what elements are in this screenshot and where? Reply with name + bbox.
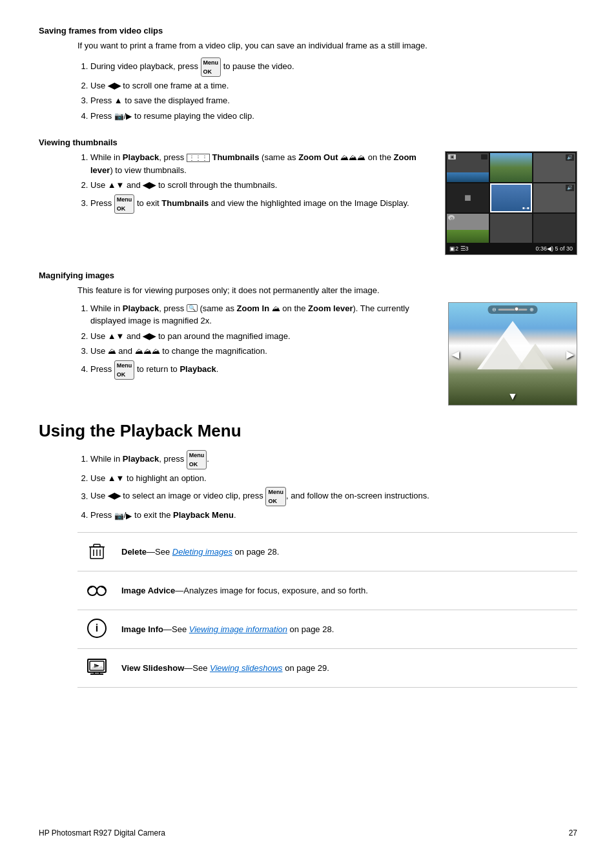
up-down-arrow: ▲▼ (108, 180, 125, 190)
magnifying-two-col: While in Playback, press 🔍 (same as Zoom… (77, 302, 577, 406)
menu-ok-icon-2: MenuOK (114, 194, 135, 214)
up-down-arrow-3: ▲▼ (108, 473, 125, 483)
right-nav-arrow: ▶ (566, 347, 574, 360)
magnifying-step-2: Use ▲▼ and ◀▶ to pan around the magnifie… (90, 330, 438, 343)
saving-frames-content: If you want to print a frame from a vide… (77, 39, 577, 122)
playback-label-2: Playback (123, 303, 159, 313)
zoom-track (498, 309, 528, 311)
up-arrow: ▲ (114, 96, 123, 105)
magnifying-images-content: This feature is for viewing purposes onl… (77, 284, 577, 406)
delete-suffix: on page 28. (232, 547, 279, 557)
camera-icon: 📷 (114, 110, 124, 122)
svg-rect-2 (94, 544, 100, 547)
playback-menu-step-2: Use ▲▼ to highlight an option. (90, 472, 577, 485)
page-footer: HP Photosmart R927 Digital Camera 27 (39, 828, 577, 838)
menu-item-delete: Delete—See Deleting images on page 28. (77, 532, 577, 571)
view-slideshow-label: View Slideshow (121, 663, 184, 673)
thumb-icon-5: ■~■ (522, 206, 529, 210)
thumb-time-info: 0:36◀) 5 of 30 (535, 245, 573, 252)
play-icon-2: ▶ (126, 510, 132, 522)
thumbnails-label: Thumbnails (212, 152, 259, 162)
magnifying-text: While in Playback, press 🔍 (same as Zoom… (77, 302, 438, 384)
magnifying-images-intro: This feature is for viewing purposes onl… (77, 284, 577, 297)
image-advice-icon-cell (77, 571, 116, 610)
image-advice-label: Image Advice (121, 586, 175, 595)
menu-items-table: Delete—See Deleting images on page 28. (77, 532, 577, 688)
saving-frames-intro: If you want to print a frame from a vide… (77, 39, 577, 52)
playback-label-4: Playback (123, 454, 159, 464)
playback-menu-step-1: While in Playback, press MenuOK. (90, 450, 577, 469)
thumb-icon-4: ■ (447, 183, 489, 212)
thumb-icon-7: ◎ (448, 215, 455, 220)
viewing-thumbnails-section: Viewing thumbnails While in Playback, pr… (39, 138, 577, 255)
left-right-arrow: ◀▶ (108, 81, 121, 90)
mountain-peak-right (517, 344, 553, 369)
menu-ok-icon-5: MenuOK (265, 487, 286, 506)
magnifying-images-title: Magnifying images (39, 271, 577, 280)
zoom-thumb (514, 307, 518, 311)
magnifying-step-3: Use ⛰ and ⛰⛰⛰ to change the magnificatio… (90, 345, 438, 358)
view-slideshow-link[interactable]: Viewing slideshows (210, 663, 283, 673)
delete-desc: —See (147, 547, 172, 557)
image-advice-desc: —Analyzes image for focus, exposure, and… (175, 586, 367, 595)
thumb-cell-2 (490, 153, 532, 182)
delete-link[interactable]: Deleting images (172, 547, 232, 557)
thumb-icon-1: ▣ (448, 154, 456, 159)
menu-item-image-info: i Image Info—See Viewing image informati… (77, 610, 577, 648)
left-right-arrow-3: ◀▶ (143, 331, 156, 341)
viewing-thumbnails-content: While in Playback, press ⋮⋮⋮ Thumbnails … (77, 151, 577, 255)
image-info-link[interactable]: Viewing image information (189, 624, 287, 634)
thumb-icons-left: ▣2 ☰3 (449, 245, 469, 252)
playback-menu-step-4: Press 📷/▶ to exit the Playback Menu. (90, 509, 577, 522)
image-info-label: Image Info (121, 624, 163, 634)
playback-menu-step-3: Use ◀▶ to select an image or video clip,… (90, 487, 577, 506)
left-right-arrow-2: ◀▶ (143, 180, 156, 190)
zoom-lever-label-2: Zoom lever (308, 303, 353, 313)
thumbnails-text: While in Playback, press ⋮⋮⋮ Thumbnails … (77, 151, 435, 218)
view-slideshow-icon (85, 655, 108, 679)
view-slideshow-desc: —See (184, 663, 210, 673)
zoom-minus-icon: ⊖ (492, 307, 497, 313)
menu-item-view-slideshow: View Slideshow—See Viewing slideshows on… (77, 648, 577, 687)
magnify-image-container: ⊖ ⊕ ◀ ▶ ▼ (448, 302, 577, 406)
thumbnails-label-2: Thumbnails (161, 198, 209, 208)
zoom-bar: ⊖ ⊕ (488, 305, 538, 314)
image-info-suffix: on page 28. (287, 624, 334, 634)
view-slideshow-suffix: on page 29. (283, 663, 329, 673)
image-info-desc: —See (163, 624, 189, 634)
playback-menu-section: Using the Playback Menu While in Playbac… (39, 421, 577, 688)
image-info-icon: i (85, 617, 108, 640)
thumbnail-status-bar: ▣2 ☰3 0:36◀) 5 of 30 (447, 244, 575, 253)
thumb-cell-3: 🔊 (533, 153, 575, 182)
zoom-out-label: Zoom Out (298, 152, 338, 162)
image-advice-icon (84, 578, 110, 601)
thumb-cell-8 (490, 214, 532, 243)
playback-menu-steps: While in Playback, press MenuOK. Use ▲▼ … (90, 450, 577, 522)
thumbnails-image: ▣ 🔊 ■ ■~■ (445, 151, 577, 255)
footer-right: 27 (569, 828, 577, 838)
magnifying-step-1: While in Playback, press 🔍 (same as Zoom… (90, 302, 438, 327)
zoom-plus-icon: ⊕ (529, 307, 534, 313)
view-slideshow-icon-cell (77, 648, 116, 687)
image-info-text-cell: Image Info—See Viewing image information… (116, 610, 577, 648)
footer-left: HP Photosmart R927 Digital Camera (39, 828, 165, 838)
view-slideshow-text-cell: View Slideshow—See Viewing slideshows on… (116, 648, 577, 687)
menu-ok-icon: MenuOK (201, 57, 221, 77)
viewing-thumbnails-step-3: Press MenuOK to exit Thumbnails and view… (90, 194, 435, 214)
viewing-thumbnails-step-2: Use ▲▼ and ◀▶ to scroll through the thum… (90, 179, 435, 192)
mountain-icon: ⛰⛰⛰ (340, 152, 365, 162)
magnifying-steps: While in Playback, press 🔍 (same as Zoom… (90, 302, 438, 380)
grid-icon: ⋮⋮⋮ (187, 154, 210, 162)
left-nav-arrow: ◀ (451, 347, 459, 360)
delete-label: Delete (121, 547, 147, 557)
viewing-thumbnails-title: Viewing thumbnails (39, 138, 577, 147)
svg-text:i: i (96, 622, 98, 633)
thumbnail-grid-container: ▣ 🔊 ■ ■~■ (445, 151, 577, 255)
saving-frames-step-1: During video playback, press MenuOK to p… (90, 57, 577, 77)
playback-label: Playback (123, 152, 159, 162)
playback-menu-title: Using the Playback Menu (39, 421, 577, 441)
mountain-icon-3: ⛰ (108, 346, 116, 356)
image-advice-text-cell: Image Advice—Analyzes image for focus, e… (116, 571, 577, 610)
image-info-icon-cell: i (77, 610, 116, 648)
delete-icon-cell (77, 532, 116, 571)
